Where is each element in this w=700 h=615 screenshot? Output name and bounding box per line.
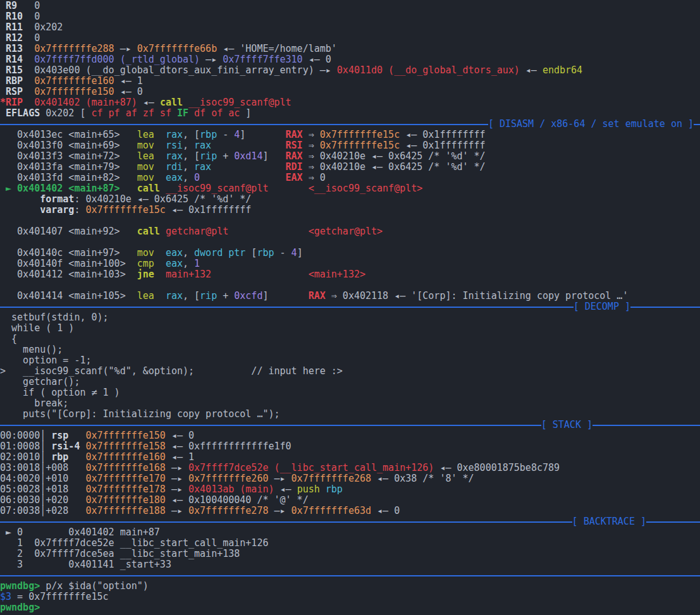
terminal-line: EFLAGS 0x202 [ cf pf af zf sf IF df of a… [0, 108, 700, 119]
terminal-line [0, 216, 700, 226]
section-registers: R9 0 R10 0 R11 0x202 R12 0 R13 0x7ffffff… [0, 1, 700, 119]
terminal-line: { [0, 334, 700, 344]
section-rule [0, 521, 572, 523]
terminal-line: if ( option ≠ 1 ) [0, 387, 700, 398]
command-input-line[interactable]: pwndbg> [0, 602, 700, 613]
section-rule [0, 307, 574, 308]
terminal-line: break; [0, 398, 700, 409]
section-header-backtrace: [ BACKTRACE ] [0, 516, 700, 527]
section-rule [0, 575, 700, 576]
terminal-line: 04:0020│+010 0x7fffffffe170 —▸ 0x7ffffff… [0, 473, 700, 484]
section-rule [646, 521, 700, 523]
terminal-line: 2 0x7ffff7dce5ea __libc_start_main+138 [0, 549, 700, 559]
section-rule [0, 425, 541, 426]
terminal-line: R9 0 [0, 1, 700, 11]
terminal-line: R10 0 [0, 11, 700, 22]
terminal-line: R13 0x7fffffffe288 —▸ 0x7fffffffe66b ◂— … [0, 44, 700, 54]
terminal-line: puts("[Corp]: Initializing copy protocol… [0, 409, 700, 420]
section-title-decomp: [ DECOMP ] [574, 301, 630, 312]
terminal-line: 1 0x7ffff7dce52e __libc_start_call_main+… [0, 538, 700, 549]
section-rule [694, 124, 700, 125]
section-title-backtrace: [ BACKTRACE ] [572, 516, 646, 527]
terminal: R9 0 R10 0 R11 0x202 R12 0 R13 0x7ffffff… [0, 0, 700, 613]
terminal-line: 0x401414 <main+105> lea rax, [rip + 0xcf… [0, 291, 700, 301]
terminal-line: option = -1; [0, 355, 700, 366]
section-rule [593, 425, 700, 426]
terminal-line: RBP 0x7fffffffe160 ◂— 1 [0, 76, 700, 87]
terminal-line: 07:0038│+028 0x7fffffffe188 —▸ 0x7ffffff… [0, 506, 700, 516]
terminal-line: 00:0000│ rsp 0x7fffffffe150 ◂— 0 [0, 430, 700, 441]
terminal-line: > __isoc99_scanf("%d", &option); // inpu… [0, 366, 700, 377]
terminal-line: $3 = 0x7fffffffe15c [0, 592, 700, 602]
terminal-line: menu(); [0, 344, 700, 355]
terminal-line: 03:0018│+008 0x7fffffffe168 —▸ 0x7ffff7d… [0, 463, 700, 473]
terminal-line: R11 0x202 [0, 22, 700, 33]
section-prompt: pwndbg> p/x $ida("option")$3 = 0x7ffffff… [0, 570, 700, 613]
terminal-line: R15 0x403e00 (__do_global_dtors_aux_fini… [0, 65, 700, 76]
terminal-line: ► 0 0x401402 main+87 [0, 527, 700, 538]
terminal-line: 0x4013fd <main+82> mov eax, 0 EAX ⇒ 0 [0, 173, 700, 183]
section-rule [630, 307, 700, 308]
section-rule [0, 124, 488, 125]
section-title-disasm: [ DISASM / x86-64 / set emulate on ] [488, 119, 694, 130]
terminal-line: RSP 0x7fffffffe150 ◂— 0 [0, 87, 700, 97]
terminal-line: getchar(); [0, 377, 700, 387]
terminal-line: 0x401412 <main+103> jne main+132 <main+1… [0, 269, 700, 280]
terminal-line: 05:0028│+018 0x7fffffffe178 —▸ 0x4013ab … [0, 484, 700, 495]
section-title-stack: [ STACK ] [541, 420, 593, 430]
terminal-line: 0x40140c <main+97> mov eax, dword ptr [r… [0, 248, 700, 259]
terminal-line: ► 0x401402 <main+87> call __isoc99_scanf… [0, 183, 700, 194]
terminal-line: 0x40140f <main+100> cmp eax, 1 [0, 259, 700, 269]
section-backtrace: [ BACKTRACE ] ► 0 0x401402 main+87 1 0x7… [0, 516, 700, 570]
terminal-line: vararg: 0x7fffffffe15c ◂— 0x1ffffffff [0, 205, 700, 216]
terminal-line [0, 237, 700, 248]
terminal-line: 0x401407 <main+92> call getchar@plt <get… [0, 226, 700, 237]
terminal-line: 0x4013ec <main+65> lea rax, [rbp - 4] RA… [0, 130, 700, 140]
terminal-line: 06:0030│+020 0x7fffffffe180 ◂— 0x1004000… [0, 495, 700, 506]
terminal-line: 01:0008│ rsi-4 0x7fffffffe158 ◂— 0xfffff… [0, 441, 700, 452]
section-header-decomp: [ DECOMP ] [0, 301, 700, 312]
section-separator [0, 570, 700, 581]
terminal-line: 0x4013f0 <main+69> mov rsi, rax RSI ⇒ 0x… [0, 140, 700, 151]
terminal-line: pwndbg> p/x $ida("option") [0, 581, 700, 592]
terminal-line [0, 280, 700, 291]
terminal-line: 0x4013f3 <main+72> lea rax, [rip + 0xd14… [0, 151, 700, 162]
section-header-stack: [ STACK ] [0, 420, 700, 430]
section-disasm: [ DISASM / x86-64 / set emulate on ] 0x4… [0, 119, 700, 301]
terminal-line: 3 0x401141 _start+33 [0, 559, 700, 570]
terminal-line: R14 0x7ffff7ffd000 (_rtld_global) —▸ 0x7… [0, 54, 700, 65]
terminal-line: 0x4013fa <main+79> mov rdi, rax RDI ⇒ 0x… [0, 162, 700, 173]
section-header-disasm: [ DISASM / x86-64 / set emulate on ] [0, 119, 700, 130]
section-stack: [ STACK ]00:0000│ rsp 0x7fffffffe150 ◂— … [0, 420, 700, 516]
terminal-line: 02:0010│ rbp 0x7fffffffe160 ◂— 1 [0, 452, 700, 463]
section-decomp: [ DECOMP ] setbuf(stdin, 0); while ( 1 )… [0, 301, 700, 420]
terminal-line: format: 0x40210e ◂— 0x6425 /* '%d' */ [0, 194, 700, 205]
terminal-line: while ( 1 ) [0, 323, 700, 334]
terminal-line: R12 0 [0, 33, 700, 44]
terminal-line: *RIP 0x401402 (main+87) ◂— call __isoc99… [0, 97, 700, 108]
terminal-line: setbuf(stdin, 0); [0, 312, 700, 323]
